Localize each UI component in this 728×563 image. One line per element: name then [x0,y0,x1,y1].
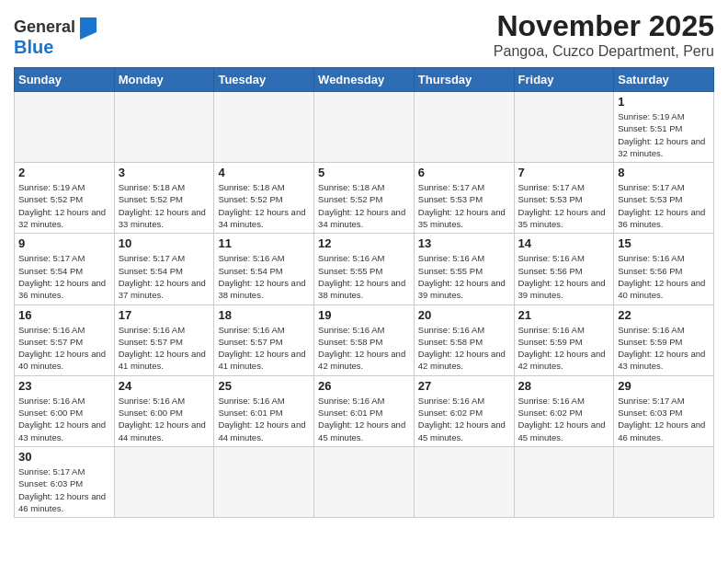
table-row: 17Sunrise: 5:16 AMSunset: 5:57 PMDayligh… [114,304,214,375]
table-row: 10Sunrise: 5:17 AMSunset: 5:54 PMDayligh… [114,234,214,304]
month-title: November 2025 [494,9,714,43]
day-number: 19 [318,308,410,322]
table-row [314,446,415,517]
day-info: Sunrise: 5:18 AMSunset: 5:52 PMDaylight:… [318,181,410,230]
table-row: 20Sunrise: 5:16 AMSunset: 5:58 PMDayligh… [414,304,514,375]
day-info: Sunrise: 5:16 AMSunset: 5:56 PMDaylight:… [518,252,610,301]
table-row [214,446,314,517]
table-row [514,92,614,163]
table-row: 19Sunrise: 5:16 AMSunset: 5:58 PMDayligh… [314,304,415,375]
day-info: Sunrise: 5:16 AMSunset: 5:55 PMDaylight:… [418,252,510,301]
day-number: 1 [618,95,710,109]
table-row: 27Sunrise: 5:16 AMSunset: 6:02 PMDayligh… [414,375,514,446]
day-number: 16 [18,308,110,322]
day-number: 14 [518,236,610,250]
table-row [114,446,214,517]
table-row [514,446,614,517]
calendar-week-row: 9Sunrise: 5:17 AMSunset: 5:54 PMDaylight… [15,234,714,304]
table-row: 21Sunrise: 5:16 AMSunset: 5:59 PMDayligh… [514,304,614,375]
table-row: 13Sunrise: 5:16 AMSunset: 5:55 PMDayligh… [414,234,514,304]
calendar-week-row: 2Sunrise: 5:19 AMSunset: 5:52 PMDaylight… [15,163,714,234]
day-info: Sunrise: 5:16 AMSunset: 5:59 PMDaylight:… [518,324,610,373]
header-thursday: Thursday [414,68,514,92]
day-number: 22 [618,308,710,322]
day-number: 4 [218,166,310,179]
table-row: 1Sunrise: 5:19 AMSunset: 5:51 PMDaylight… [614,92,714,163]
day-number: 3 [119,166,210,179]
table-row [114,92,214,163]
table-row: 26Sunrise: 5:16 AMSunset: 6:01 PMDayligh… [314,375,415,446]
calendar-week-row: 1Sunrise: 5:19 AMSunset: 5:51 PMDaylight… [15,92,714,163]
day-info: Sunrise: 5:17 AMSunset: 5:54 PMDaylight:… [119,252,210,301]
calendar-week-row: 16Sunrise: 5:16 AMSunset: 5:57 PMDayligh… [15,304,714,375]
day-number: 6 [418,166,510,179]
day-info: Sunrise: 5:16 AMSunset: 6:02 PMDaylight:… [418,395,510,443]
day-info: Sunrise: 5:16 AMSunset: 6:01 PMDaylight:… [218,395,310,443]
day-info: Sunrise: 5:16 AMSunset: 5:57 PMDaylight:… [218,324,310,373]
day-info: Sunrise: 5:16 AMSunset: 6:01 PMDaylight:… [318,395,410,443]
table-row [214,92,314,163]
day-info: Sunrise: 5:16 AMSunset: 6:02 PMDaylight:… [518,395,610,443]
header-tuesday: Tuesday [214,68,314,92]
table-row: 2Sunrise: 5:19 AMSunset: 5:52 PMDaylight… [15,163,115,234]
day-number: 2 [18,166,110,179]
day-info: Sunrise: 5:17 AMSunset: 5:54 PMDaylight:… [18,252,110,301]
day-info: Sunrise: 5:16 AMSunset: 5:57 PMDaylight:… [18,324,110,373]
day-number: 13 [418,236,510,250]
day-number: 26 [318,379,410,393]
header-sunday: Sunday [15,68,115,92]
table-row: 25Sunrise: 5:16 AMSunset: 6:01 PMDayligh… [214,375,314,446]
header-wednesday: Wednesday [314,68,415,92]
table-row: 11Sunrise: 5:16 AMSunset: 5:54 PMDayligh… [214,234,314,304]
day-info: Sunrise: 5:18 AMSunset: 5:52 PMDaylight:… [119,181,210,230]
day-info: Sunrise: 5:17 AMSunset: 5:53 PMDaylight:… [518,181,610,230]
day-number: 23 [18,379,110,393]
day-info: Sunrise: 5:19 AMSunset: 5:52 PMDaylight:… [18,181,110,230]
day-info: Sunrise: 5:17 AMSunset: 5:53 PMDaylight:… [418,181,510,230]
logo: General Blue [14,14,98,56]
day-info: Sunrise: 5:16 AMSunset: 5:58 PMDaylight:… [318,324,410,373]
day-info: Sunrise: 5:19 AMSunset: 5:51 PMDaylight:… [618,110,710,159]
table-row: 22Sunrise: 5:16 AMSunset: 5:59 PMDayligh… [614,304,714,375]
day-info: Sunrise: 5:17 AMSunset: 6:03 PMDaylight:… [618,395,710,443]
logo-blue-text: Blue [14,38,53,56]
table-row: 7Sunrise: 5:17 AMSunset: 5:53 PMDaylight… [514,163,614,234]
table-row: 29Sunrise: 5:17 AMSunset: 6:03 PMDayligh… [614,375,714,446]
calendar-header-row: Sunday Monday Tuesday Wednesday Thursday… [15,68,714,92]
day-number: 17 [119,308,210,322]
day-number: 25 [218,379,310,393]
table-row: 23Sunrise: 5:16 AMSunset: 6:00 PMDayligh… [15,375,115,446]
day-info: Sunrise: 5:16 AMSunset: 5:59 PMDaylight:… [618,324,710,373]
day-number: 27 [418,379,510,393]
day-info: Sunrise: 5:16 AMSunset: 6:00 PMDaylight:… [119,395,210,443]
calendar-table: Sunday Monday Tuesday Wednesday Thursday… [14,67,714,518]
day-number: 29 [618,379,710,393]
location-title: Pangoa, Cuzco Department, Peru [494,43,714,60]
day-info: Sunrise: 5:17 AMSunset: 5:53 PMDaylight:… [618,181,710,230]
day-number: 7 [518,166,610,179]
day-number: 8 [618,166,710,179]
header-saturday: Saturday [614,68,714,92]
table-row: 28Sunrise: 5:16 AMSunset: 6:02 PMDayligh… [514,375,614,446]
table-row: 18Sunrise: 5:16 AMSunset: 5:57 PMDayligh… [214,304,314,375]
day-number: 18 [218,308,310,322]
table-row [414,92,514,163]
day-info: Sunrise: 5:16 AMSunset: 5:55 PMDaylight:… [318,252,410,301]
table-row [414,446,514,517]
day-number: 9 [18,236,110,250]
table-row: 14Sunrise: 5:16 AMSunset: 5:56 PMDayligh… [514,234,614,304]
day-number: 20 [418,308,510,322]
day-number: 11 [218,236,310,250]
day-number: 12 [318,236,410,250]
day-info: Sunrise: 5:16 AMSunset: 5:56 PMDaylight:… [618,252,710,301]
calendar-week-row: 23Sunrise: 5:16 AMSunset: 6:00 PMDayligh… [15,375,714,446]
header-friday: Friday [514,68,614,92]
day-number: 15 [618,236,710,250]
header-monday: Monday [114,68,214,92]
day-number: 5 [318,166,410,179]
day-info: Sunrise: 5:16 AMSunset: 6:00 PMDaylight:… [18,395,110,443]
day-number: 28 [518,379,610,393]
table-row: 15Sunrise: 5:16 AMSunset: 5:56 PMDayligh… [614,234,714,304]
day-number: 30 [18,450,110,464]
table-row: 9Sunrise: 5:17 AMSunset: 5:54 PMDaylight… [15,234,115,304]
